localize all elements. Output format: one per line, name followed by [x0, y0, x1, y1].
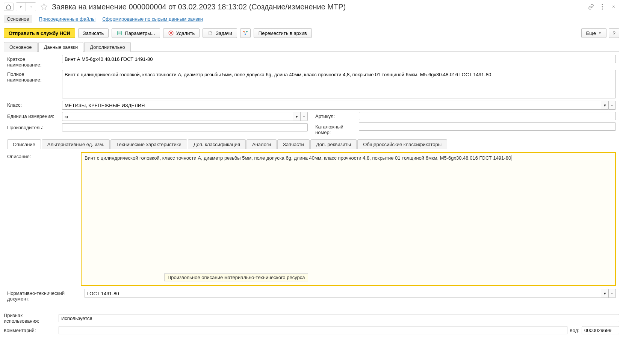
- short-name-input[interactable]: [62, 55, 616, 63]
- delete-icon: [168, 30, 174, 36]
- section-link-main[interactable]: Основное: [4, 15, 32, 23]
- send-button[interactable]: Отправить в службу НСИ: [4, 28, 75, 38]
- tab-main[interactable]: Основное: [4, 42, 38, 52]
- forward-button[interactable]: [26, 3, 36, 11]
- class-input[interactable]: [62, 101, 601, 110]
- short-name-label: Краткое наименование:: [7, 55, 60, 68]
- maker-input[interactable]: [62, 123, 308, 131]
- svg-marker-0: [41, 4, 47, 10]
- help-button[interactable]: ?: [609, 28, 619, 38]
- desc-label: Описание:: [7, 152, 79, 286]
- code-label: Код:: [570, 328, 579, 333]
- unit-dropdown-button[interactable]: ▾: [293, 112, 300, 121]
- home-button[interactable]: [4, 3, 14, 11]
- subtab-desc[interactable]: Описание: [7, 139, 41, 149]
- ntd-open-button[interactable]: ▫: [608, 289, 616, 298]
- tab-extra[interactable]: Дополнительно: [84, 42, 131, 52]
- class-dropdown-button[interactable]: ▾: [601, 101, 608, 110]
- tab-data[interactable]: Данные заявки: [38, 42, 84, 52]
- unit-open-button[interactable]: ▫: [300, 112, 308, 121]
- page-title: Заявка на изменение 000000004 от 03.02.2…: [52, 3, 585, 11]
- subtab-analogs[interactable]: Аналоги: [246, 139, 277, 149]
- favorite-button[interactable]: [40, 3, 48, 11]
- link-icon: [588, 4, 594, 10]
- maker-label: Производитель:: [7, 123, 60, 130]
- close-button[interactable]: [610, 3, 617, 10]
- comment-input[interactable]: [59, 326, 567, 334]
- ntd-input[interactable]: [85, 289, 601, 298]
- home-icon: [6, 4, 11, 9]
- more-button[interactable]: Еще ▼: [581, 28, 606, 38]
- chevron-down-icon: ▼: [598, 31, 602, 35]
- svg-point-2: [602, 6, 603, 8]
- catalog-label: Каталожный номер:: [315, 122, 357, 135]
- hierarchy-icon: [242, 30, 248, 36]
- class-label: Класс:: [7, 101, 60, 108]
- params-button[interactable]: Параметры...: [112, 28, 160, 38]
- code-input[interactable]: [582, 326, 619, 334]
- subtab-tech[interactable]: Технические характеристики: [110, 139, 187, 149]
- article-label: Артикул:: [315, 112, 357, 119]
- section-link-files[interactable]: Присоединенные файлы: [39, 16, 96, 22]
- class-open-button[interactable]: ▫: [608, 101, 616, 110]
- svg-point-11: [245, 34, 246, 35]
- archive-button[interactable]: Переместить в архив: [254, 28, 312, 38]
- unit-label: Единица измерения:: [7, 112, 60, 119]
- link-button[interactable]: [588, 3, 594, 10]
- subtab-req[interactable]: Доп. реквизиты: [310, 139, 357, 149]
- document-icon: [207, 30, 213, 36]
- section-link-raw[interactable]: Сформированные по сырым данным заявки: [102, 16, 203, 22]
- usage-label: Признак использования:: [4, 313, 56, 324]
- subtab-okved[interactable]: Общероссийские классификаторы: [357, 139, 447, 149]
- ntd-label: Нормативно-технический документ:: [7, 289, 82, 302]
- svg-point-3: [602, 9, 603, 10]
- arrow-left-icon: [18, 5, 24, 9]
- save-button[interactable]: Записать: [78, 28, 109, 38]
- subtab-classif[interactable]: Доп. классификация: [188, 139, 246, 149]
- catalog-input[interactable]: [359, 122, 616, 131]
- kebab-icon: [602, 4, 603, 10]
- svg-point-1: [602, 4, 603, 5]
- arrow-right-icon: [28, 5, 33, 9]
- ntd-dropdown-button[interactable]: ▾: [601, 289, 608, 298]
- star-icon: [40, 3, 48, 11]
- comment-label: Комментарий:: [4, 328, 56, 333]
- subtab-parts[interactable]: Запчасти: [277, 139, 310, 149]
- close-icon: [611, 5, 616, 9]
- menu-button[interactable]: [599, 3, 606, 10]
- subtab-alt-units[interactable]: Альтернативные ед. изм.: [42, 139, 110, 149]
- article-input[interactable]: [359, 112, 616, 120]
- hierarchy-button[interactable]: [240, 28, 251, 38]
- delete-button[interactable]: Удалить: [163, 28, 200, 38]
- desc-tooltip: Произвольное описание материально-технич…: [164, 273, 308, 281]
- tasks-button[interactable]: Задачи: [203, 28, 237, 38]
- list-icon: [116, 30, 122, 36]
- unit-input[interactable]: [62, 112, 293, 121]
- full-name-input[interactable]: Винт с цилиндрической головкой, класс то…: [62, 70, 616, 98]
- full-name-label: Полное наименование:: [7, 70, 60, 83]
- desc-textarea[interactable]: Винт с цилиндрической головкой, класс то…: [81, 152, 616, 286]
- usage-input[interactable]: [59, 314, 619, 322]
- back-button[interactable]: [16, 3, 26, 11]
